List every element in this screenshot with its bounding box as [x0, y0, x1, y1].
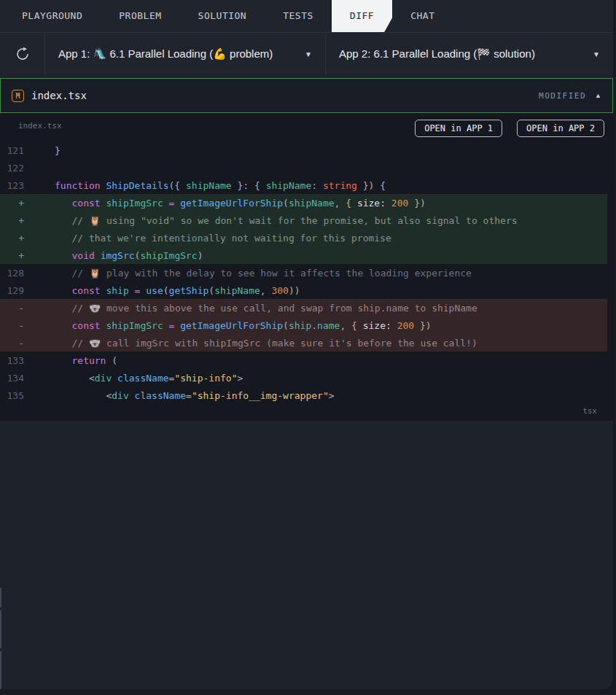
- diff-line: - const shipImgSrc = getImageUrlForShip(…: [0, 317, 607, 334]
- app1-select[interactable]: App 1: 🛝 6.1 Parallel Loading (💪 problem…: [45, 33, 326, 75]
- file-name: index.tsx: [31, 90, 87, 101]
- language-label: tsx: [0, 404, 613, 418]
- top-tab-bar: PLAYGROUNDPROBLEMSOLUTIONTESTSDIFFCHAT: [0, 0, 613, 32]
- tab-chat[interactable]: CHAT: [392, 0, 453, 32]
- diff-line: 129 const ship = use(getShip(shipName, 3…: [0, 282, 607, 299]
- line-gutter: +: [7, 233, 24, 244]
- diff-line: 134 <div className="ship-info">: [0, 369, 607, 387]
- modified-file-badge-icon: M: [12, 90, 24, 102]
- code-header-row: index.tsx OPEN in APP 1 OPEN in APP 2: [0, 113, 613, 141]
- line-gutter: 134: [7, 373, 24, 384]
- app2-select[interactable]: App 2: 6.1 Parallel Loading (🏁 solution)…: [326, 33, 613, 75]
- diff-line: 121}: [0, 141, 607, 159]
- app2-select-label: App 2: 6.1 Parallel Loading (🏁 solution): [339, 47, 535, 61]
- diff-line: 128 // 🦉 play with the delay to see how …: [0, 264, 607, 282]
- line-gutter: 122: [7, 163, 24, 174]
- diff-line: - // 🐨 move this above the use call, and…: [0, 299, 607, 317]
- chevron-down-icon: ▼: [593, 50, 600, 58]
- line-gutter: -: [7, 303, 24, 314]
- line-gutter: -: [7, 320, 24, 331]
- open-buttons: OPEN in APP 1 OPEN in APP 2: [415, 120, 604, 137]
- diff-line: - // 🐨 call imgSrc with shipImgSrc (make…: [0, 334, 607, 352]
- line-gutter: 128: [7, 268, 24, 279]
- diff-line: + // that we're intentionally not waitin…: [0, 229, 607, 246]
- status-badge: MODIFIED: [539, 91, 586, 101]
- main-panel: PLAYGROUNDPROBLEMSOLUTIONTESTSDIFFCHAT A…: [0, 0, 613, 689]
- diff-code-panel: index.tsx OPEN in APP 1 OPEN in APP 2 12…: [0, 113, 613, 421]
- tab-playground[interactable]: PLAYGROUND: [4, 0, 101, 32]
- left-rail-marks: [0, 588, 1, 689]
- tab-diff[interactable]: DIFF: [332, 0, 392, 32]
- refresh-button[interactable]: [0, 33, 45, 75]
- open-in-app-2-button[interactable]: OPEN in APP 2: [517, 120, 604, 137]
- line-gutter: 129: [7, 285, 24, 296]
- line-gutter: +: [7, 250, 24, 261]
- line-gutter: 121: [7, 145, 24, 156]
- tab-tests[interactable]: TESTS: [265, 0, 332, 32]
- diff-line: 123function ShipDetails({ shipName }: { …: [0, 176, 607, 194]
- line-gutter: +: [7, 215, 24, 226]
- chevron-down-icon: ▼: [305, 50, 312, 58]
- open-in-app-1-button[interactable]: OPEN in APP 1: [415, 120, 502, 137]
- diff-lines: 121}122123function ShipDetails({ shipNam…: [0, 141, 613, 404]
- tab-solution[interactable]: SOLUTION: [180, 0, 265, 32]
- refresh-icon: [15, 47, 30, 61]
- diff-line: 133 return (: [0, 352, 607, 369]
- tab-problem[interactable]: PROBLEM: [101, 0, 179, 32]
- line-gutter: 133: [7, 355, 24, 366]
- line-gutter: 123: [7, 180, 24, 191]
- diff-line: 135 <div className="ship-info__img-wrapp…: [0, 387, 607, 404]
- diff-file-header[interactable]: M index.tsx MODIFIED ▲: [0, 78, 613, 113]
- line-gutter: 135: [7, 390, 24, 401]
- diff-line: + const shipImgSrc = getImageUrlForShip(…: [0, 194, 607, 211]
- diff-line: + // 🦉 using "void" so we don't wait for…: [0, 211, 607, 229]
- collapse-icon[interactable]: ▲: [595, 92, 601, 99]
- line-gutter: +: [7, 198, 24, 209]
- workshop-app: PLAYGROUNDPROBLEMSOLUTIONTESTSDIFFCHAT A…: [0, 0, 616, 695]
- code-file-label: index.tsx: [18, 120, 62, 131]
- diff-line: + void imgSrc(shipImgSrc): [0, 246, 607, 264]
- app1-select-label: App 1: 🛝 6.1 Parallel Loading (💪 problem…: [58, 47, 273, 61]
- diff-line: 122: [0, 159, 607, 176]
- line-gutter: -: [7, 338, 24, 349]
- diff-toolbar: App 1: 🛝 6.1 Parallel Loading (💪 problem…: [0, 32, 613, 75]
